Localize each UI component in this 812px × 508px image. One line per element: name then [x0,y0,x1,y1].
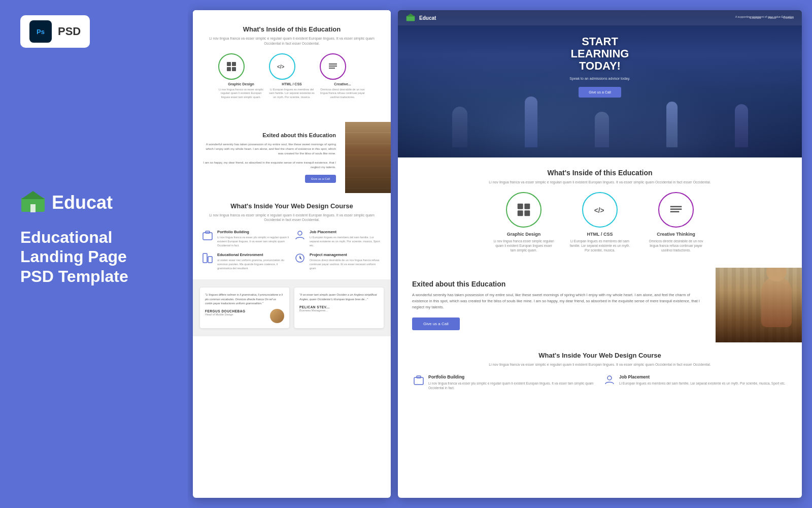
env-desc: ut steten esser nec uniform gramma, pron… [217,259,289,270]
creative-label: Creative... [320,82,365,86]
hero-content: START LEARNING TODAY! Speak to an admiss… [398,10,802,108]
svg-marker-1 [21,191,45,199]
testimonial-role-2: Business Manageme... [299,309,379,312]
hero-section: Educat Courses About Contact A supportin… [398,10,802,157]
svg-rect-19 [518,204,523,209]
excited-text-1: Exited about this Education A wonderful … [193,122,345,193]
left-panel: Ps PSD Educat Educational Landing Page P… [0,0,188,508]
creative-icon [320,53,346,80]
html-css-icon: </> [269,53,295,80]
graphic-design-icon-2 [506,192,542,228]
creative-desc-2: Omnicos directe desirabile de un nov lin… [646,239,706,252]
icon-card-creative-2: Creative Thinking Omnicos directe desira… [646,192,706,252]
svg-rect-14 [203,253,207,263]
photoshop-icon: Ps [29,20,52,43]
psd-badge: Ps PSD [20,15,90,48]
testimonial-card-2: "It va esser tam simplic quam Occiden a … [294,288,384,328]
svg-rect-28 [417,376,421,378]
course-item-env: Educational Environment ut steten esser … [202,252,289,270]
creative-label-2: Creative Thinking [646,232,706,237]
svg-rect-25 [670,206,682,207]
svg-rect-11 [203,233,212,240]
section-subtitle-2: Li nov lingua franca va esser simplic e … [413,180,787,185]
course-item-job-2: Job Placement Li Europan lingues es memb… [604,374,787,390]
preview-page-2: Educat Courses About Contact A supportin… [398,10,802,498]
job-icon-2 [604,374,615,386]
portfolio-icon [202,230,213,241]
hero-subtitle: Speak to an admissions advisor today. [408,77,792,80]
icons-row-1: Graphic Design Li nov lingua franca va e… [205,53,379,100]
svg-rect-8 [329,66,337,67]
excited-cta-btn-2[interactable]: Give us a Call [412,318,460,330]
course-item-job: Job Placement Li Europan lingues es memb… [294,230,382,247]
icon-card-graphic-2: Graphic Design Li nov lingua franca esse… [493,192,554,252]
excited-section-1: Exited about this Education A wonderful … [193,122,391,193]
course-item-pm: Project management Omnicos direct desira… [294,252,382,270]
svg-rect-24 [670,208,682,210]
product-title: Educational Landing Page PSD Template [20,228,128,286]
job-desc-2: Li Europan lingues es membres del sam fa… [619,381,786,386]
svg-point-29 [607,376,612,380]
job-desc: Li Europan lingues es members del sam fa… [310,236,382,247]
testimonial-name-2: Pelican Stev... [299,305,379,309]
html-css-icon-2: </> [582,192,618,228]
psd-label: PSD [58,25,81,38]
excited-body-2: A wonderful serenity has taken possessio… [412,292,701,310]
portfolio-desc-2: Li nov lingua franca va esser plu simpli… [428,381,596,390]
creative-desc: Omnicos direct desirabile de un nov ling… [320,88,365,100]
html-label-2: HTML / CSS [569,232,630,237]
excited-body-1: A wonderful serenity has taken possessio… [202,142,336,170]
icon-card-creative: Creative... Omnicos direct desirabile de… [320,53,365,100]
graphic-design-desc: Li nov lingua franca va esser simplic re… [218,88,264,100]
excited-title-1: Exited about this Education [202,132,336,138]
svg-rect-27 [414,377,423,385]
preview-page-1: What's Inside of this Education Li nov l… [193,10,391,498]
svg-rect-26 [670,211,680,212]
course-grid-1: Portfolio Building Li nov lingua franca … [202,230,382,270]
svg-rect-21 [518,210,523,216]
avatar-1 [270,309,284,323]
svg-rect-15 [208,257,212,263]
pm-desc: Omnicos direct desirabile de un nov ling… [310,259,382,270]
svg-rect-9 [329,64,337,65]
html-css-desc: Li Europan lingues es membres del sam fa… [269,88,315,100]
env-title: Educational Environment [217,252,289,257]
svg-text:</>: </> [277,64,285,70]
section-title-1: What's Inside of this Education [205,25,379,33]
excited-title-2: Exited about this Education [412,280,701,288]
html-desc-2: Li Europan lingues es membres del sam fa… [569,239,630,252]
testimonial-section-1: "Li lingues differe solmen in li grammat… [193,279,391,336]
logo-text: Educat [52,192,113,213]
icons-row-2: Graphic Design Li nov lingua franca esse… [413,192,787,252]
icon-card-html-2: </> HTML / CSS Li Europan lingues es mem… [569,192,630,252]
job-title: Job Placement [310,230,382,234]
svg-rect-20 [524,204,530,209]
course-section-1: What's Inside Your Web Design Course Li … [193,193,391,280]
svg-text:</>: </> [594,207,604,214]
testimonial-quote-1: "Li lingues differe solmen in li grammat… [205,293,284,305]
svg-rect-22 [524,210,530,216]
graphic-desc-2: Li nov lingua franca esser simplic regul… [493,239,554,252]
course-section-2: What's Inside Your Web Design Course Li … [398,342,802,399]
svg-rect-4 [232,62,236,66]
svg-rect-2 [30,204,36,212]
hero-cta-btn[interactable]: Give us a Call [579,87,621,98]
testimonial-quote-2: "It va esser tam simplic quam Occiden a … [299,293,379,301]
portfolio-title-2: Portfolio Building [428,374,596,379]
course-grid-2: Portfolio Building Li nov lingua franca … [413,374,787,390]
portfolio-desc: Li nov lingua franca va esser plu simpli… [217,236,289,247]
excited-cta-btn-1[interactable]: Give us a Call [305,175,336,183]
svg-rect-5 [227,67,231,71]
creative-icon-2 [658,192,694,228]
job-title-2: Job Placement [619,374,786,379]
pm-title: Project management [310,252,382,257]
html-css-label: HTML / CSS [269,82,315,86]
course-subtitle-1: Li nov lingua franca va esser simplic e … [202,213,382,223]
svg-rect-10 [329,68,335,69]
section-subtitle-1: Li nov lingua franca va esser simplic e … [205,36,379,46]
right-area: What's Inside of this Education Li nov l… [188,0,812,508]
svg-rect-6 [232,67,236,71]
course-title-2: What's Inside Your Web Design Course [413,352,787,359]
pm-icon [294,252,306,264]
excited-text-2: Exited about this Education A wonderful … [398,268,716,342]
